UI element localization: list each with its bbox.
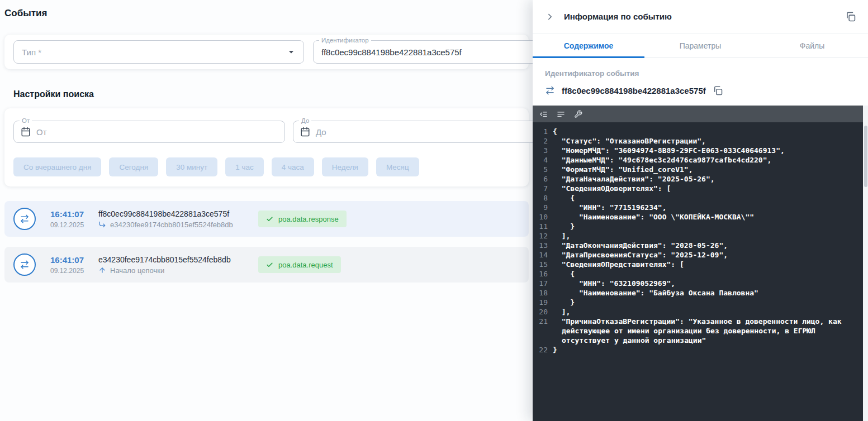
panel-tabs: СодержимоеПараметрыФайлы bbox=[533, 34, 868, 58]
code-text: "ИНН": "7715196234", bbox=[553, 203, 858, 212]
code-line: 20 ], bbox=[533, 307, 858, 317]
event-time: 16:41:07 bbox=[50, 255, 89, 265]
json-code-editor[interactable]: 1 { 2 "Статус": "ОтказаноВРегистрации", … bbox=[533, 122, 868, 421]
check-icon bbox=[266, 261, 273, 269]
line-number: 9 bbox=[533, 203, 553, 212]
tab-parameters[interactable]: Параметры bbox=[644, 34, 756, 58]
code-text: } bbox=[553, 222, 858, 231]
editor-toolbar bbox=[533, 106, 868, 122]
code-line: 4 "ДанныеМЧД": "49c678ec3c2d476ca9877caf… bbox=[533, 155, 858, 165]
wrench-icon[interactable] bbox=[574, 110, 582, 118]
code-text: "ДатаПрисвоенияСтатуса": "2025-12-09", bbox=[553, 250, 858, 260]
event-type-label: poa.data.response bbox=[278, 215, 339, 223]
event-id-row: ff8c0ec99c884198be422881a3ce575f bbox=[545, 85, 856, 95]
line-number: 15 bbox=[533, 260, 553, 269]
line-number: 13 bbox=[533, 241, 553, 250]
type-select[interactable]: Тип * bbox=[13, 40, 304, 64]
chevron-down-icon bbox=[286, 46, 297, 58]
code-line: 7 "СведенияОДоверителях": [ bbox=[533, 184, 858, 193]
identifier-field[interactable]: Идентификатор bbox=[313, 40, 533, 64]
transfer-arrows-icon[interactable] bbox=[13, 253, 36, 276]
code-text: "ИНН": "632109052969", bbox=[553, 279, 858, 288]
line-number: 2 bbox=[533, 136, 553, 146]
code-text: { bbox=[553, 193, 858, 203]
collapse-all-icon[interactable] bbox=[539, 110, 548, 118]
code-text: "Наименование": "Байбуза Оксана Павловна… bbox=[553, 288, 858, 298]
calendar-icon[interactable] bbox=[21, 127, 31, 137]
calendar-icon[interactable] bbox=[300, 127, 310, 137]
date-from-placeholder: От bbox=[36, 127, 47, 137]
line-number: 11 bbox=[533, 222, 553, 231]
code-text: } bbox=[553, 298, 858, 307]
copy-icon[interactable] bbox=[845, 11, 856, 22]
event-list: 16:41:07 09.12.2025 ff8c0ec99c884198be42… bbox=[4, 201, 529, 283]
identifier-input[interactable] bbox=[321, 47, 533, 57]
quick-ranges-row: Со вчерашнего дняСегодня30 минут1 час4 ч… bbox=[13, 157, 520, 176]
event-type-label: poa.data.request bbox=[278, 261, 333, 269]
event-id: e34230fee9174cbb8015ef5524feb8db bbox=[98, 255, 258, 264]
code-line: 18 "Наименование": "Байбуза Оксана Павло… bbox=[533, 288, 858, 298]
event-id: ff8c0ec99c884198be422881a3ce575f bbox=[98, 209, 258, 218]
quick-range-button[interactable]: Месяц bbox=[376, 157, 419, 176]
transfer-arrows-icon[interactable] bbox=[13, 208, 36, 230]
line-number: 17 bbox=[533, 279, 553, 288]
quick-range-button[interactable]: 30 минут bbox=[166, 157, 217, 176]
code-text: "Наименование": "ООО \"КОПЕЙКА-МОСКВА\"" bbox=[553, 212, 858, 222]
code-line: 17 "ИНН": "632109052969", bbox=[533, 279, 858, 288]
type-select-placeholder: Тип * bbox=[22, 47, 41, 57]
copy-icon[interactable] bbox=[713, 85, 723, 95]
check-icon bbox=[266, 216, 273, 223]
date-from-field[interactable]: От От bbox=[13, 121, 285, 143]
event-type-badge: poa.data.response bbox=[258, 210, 347, 227]
date-from-label: От bbox=[20, 117, 32, 125]
event-type-badge: poa.data.request bbox=[258, 256, 341, 273]
quick-range-button[interactable]: Со вчерашнего дня bbox=[13, 157, 101, 176]
event-id-label: Идентификатор события bbox=[545, 69, 856, 78]
event-row[interactable]: 16:41:07 09.12.2025 e34230fee9174cbb8015… bbox=[4, 247, 529, 283]
line-number: 1 bbox=[533, 127, 553, 136]
event-chain-text: e34230fee9174cbb8015ef5524feb8db bbox=[110, 221, 233, 229]
date-to-label: До bbox=[299, 117, 311, 125]
line-number: 7 bbox=[533, 184, 553, 193]
code-text: "ДатаОкончанияДействия": "2028-05-26", bbox=[553, 241, 858, 250]
line-number: 22 bbox=[533, 345, 553, 355]
code-line: 11 } bbox=[533, 222, 858, 231]
events-page: События Тип * Идентификатор Настройки по… bbox=[0, 0, 533, 421]
arrow-up-icon bbox=[98, 266, 106, 274]
tab-files[interactable]: Файлы bbox=[756, 34, 868, 58]
code-text: { bbox=[553, 127, 858, 136]
code-text: "ФорматМЧД": "Unified_coreV1", bbox=[553, 165, 858, 174]
quick-range-button[interactable]: Сегодня bbox=[109, 157, 158, 176]
code-line: 19 } bbox=[533, 298, 858, 307]
scrollbar-thumb[interactable] bbox=[864, 126, 867, 187]
date-to-field[interactable]: До До bbox=[293, 121, 533, 143]
line-number: 5 bbox=[533, 165, 553, 174]
format-lines-icon[interactable] bbox=[557, 110, 565, 118]
line-number: 10 bbox=[533, 212, 553, 222]
line-number: 21 bbox=[533, 317, 553, 345]
event-id-icon bbox=[545, 85, 555, 95]
code-text: ], bbox=[553, 231, 858, 241]
date-range-row: От От До До bbox=[13, 121, 520, 143]
search-settings-card: От От До До Со вчерашнего дняСегодня30 м… bbox=[4, 108, 529, 186]
scrollbar-track[interactable] bbox=[863, 106, 868, 421]
tab-content[interactable]: Содержимое bbox=[533, 34, 644, 58]
code-line: 22 } bbox=[533, 345, 858, 355]
page-title: События bbox=[4, 8, 533, 19]
event-ids: ff8c0ec99c884198be422881a3ce575f e34230f… bbox=[98, 209, 258, 229]
quick-range-button[interactable]: 4 часа bbox=[272, 157, 314, 176]
code-text: "ДатаНачалаДействия": "2025-05-26", bbox=[553, 174, 858, 184]
chevron-right-icon[interactable] bbox=[545, 12, 555, 22]
line-number: 18 bbox=[533, 288, 553, 298]
code-line: 10 "Наименование": "ООО \"КОПЕЙКА-МОСКВА… bbox=[533, 212, 858, 222]
code-text: "СведенияОПредставителях": [ bbox=[553, 260, 858, 269]
json-viewer: 1 { 2 "Статус": "ОтказаноВРегистрации", … bbox=[533, 106, 868, 421]
event-chain-link: Начало цепочки bbox=[98, 266, 258, 275]
code-line: 5 "ФорматМЧД": "Unified_coreV1", bbox=[533, 165, 858, 174]
code-line: 9 "ИНН": "7715196234", bbox=[533, 203, 858, 212]
quick-range-button[interactable]: Неделя bbox=[322, 157, 368, 176]
quick-range-button[interactable]: 1 час bbox=[225, 157, 264, 176]
code-line: 14 "ДатаПрисвоенияСтатуса": "2025-12-09"… bbox=[533, 250, 858, 260]
line-number: 12 bbox=[533, 231, 553, 241]
event-row[interactable]: 16:41:07 09.12.2025 ff8c0ec99c884198be42… bbox=[4, 201, 529, 237]
